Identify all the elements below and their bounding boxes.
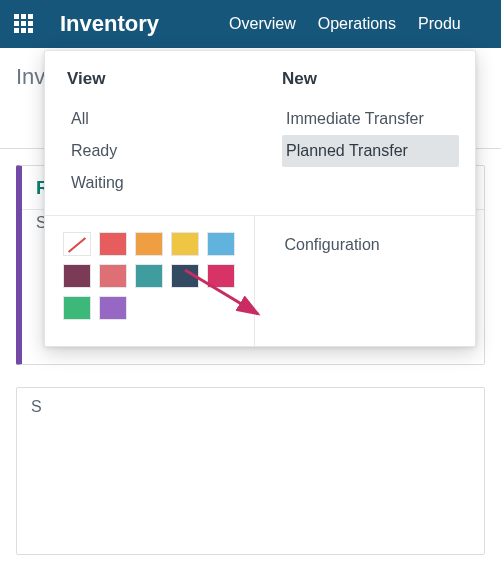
top-nav-bar: Inventory Overview Operations Produ <box>0 0 501 48</box>
swatch-teal[interactable] <box>135 264 163 288</box>
secondary-card: S <box>16 387 485 555</box>
swatch-none[interactable] <box>63 232 91 256</box>
view-column: View All Ready Waiting <box>45 51 260 215</box>
color-swatches <box>45 216 255 346</box>
new-planned-transfer[interactable]: Planned Transfer <box>282 135 459 167</box>
card-subtext: S <box>31 398 42 415</box>
app-title[interactable]: Inventory <box>60 11 159 37</box>
swatch-maroon[interactable] <box>63 264 91 288</box>
new-column: New Immediate Transfer Planned Transfer <box>260 51 475 215</box>
view-heading: View <box>67 69 244 89</box>
swatch-red[interactable] <box>99 232 127 256</box>
swatch-yellow[interactable] <box>171 232 199 256</box>
swatch-green[interactable] <box>63 296 91 320</box>
nav-operations[interactable]: Operations <box>318 15 396 33</box>
view-all[interactable]: All <box>67 103 244 135</box>
new-immediate-transfer[interactable]: Immediate Transfer <box>282 103 459 135</box>
view-ready[interactable]: Ready <box>67 135 244 167</box>
receipts-popover: View All Ready Waiting New Immediate Tra… <box>44 50 476 347</box>
swatch-purple[interactable] <box>99 296 127 320</box>
view-waiting[interactable]: Waiting <box>67 167 244 199</box>
nav-overview[interactable]: Overview <box>229 15 296 33</box>
swatch-orange[interactable] <box>135 232 163 256</box>
apps-grid-icon[interactable] <box>14 14 34 34</box>
swatch-lightblue[interactable] <box>207 232 235 256</box>
new-heading: New <box>282 69 459 89</box>
swatch-magenta[interactable] <box>207 264 235 288</box>
swatch-navy[interactable] <box>171 264 199 288</box>
configuration-link[interactable]: Configuration <box>285 236 460 254</box>
swatch-pink[interactable] <box>99 264 127 288</box>
nav-products[interactable]: Produ <box>418 15 461 33</box>
